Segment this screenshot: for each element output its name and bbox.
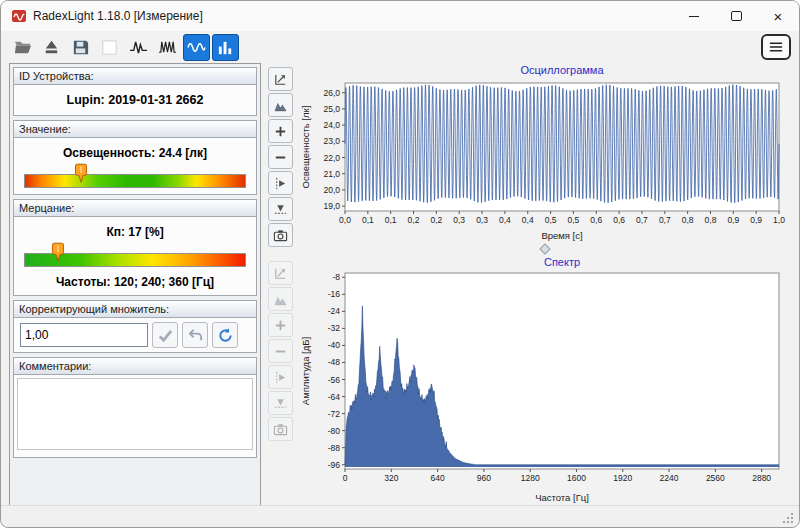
- toolbar-buttons: [9, 34, 241, 61]
- svg-text:-88: -88: [328, 443, 341, 453]
- cursor-right-icon: [273, 176, 288, 191]
- fit-peak-button-1[interactable]: [268, 93, 293, 117]
- signal-button[interactable]: [125, 34, 152, 61]
- hamburger-menu-icon: [767, 38, 785, 56]
- svg-text:-64: -64: [328, 392, 341, 402]
- zoom-in-button-1[interactable]: [268, 119, 293, 143]
- flicker-marker-pin: [52, 242, 65, 263]
- scale-auto-button-1[interactable]: [268, 67, 293, 91]
- menu-button[interactable]: [761, 34, 791, 60]
- comments-box: [13, 375, 257, 458]
- zoom-out-button-1[interactable]: [268, 145, 293, 169]
- svg-text:2240: 2240: [660, 473, 679, 483]
- blank-icon: [100, 38, 119, 57]
- svg-text:0,9: 0,9: [750, 215, 762, 225]
- window-controls: ×: [673, 1, 799, 31]
- svg-text:22,0: 22,0: [323, 153, 340, 163]
- titlebar: RadexLight 1.18.0 [Измерение] ×: [1, 1, 799, 31]
- eject-button[interactable]: [38, 34, 65, 61]
- svg-text:0,2: 0,2: [430, 215, 442, 225]
- cursor-right-button-1[interactable]: [268, 171, 293, 195]
- open-button[interactable]: [9, 34, 36, 61]
- refresh-button[interactable]: [212, 322, 238, 348]
- zoom-out-button-2: [268, 339, 293, 363]
- spectrum-bars-icon: [216, 38, 235, 57]
- blank-button[interactable]: [96, 34, 123, 61]
- svg-text:2560: 2560: [706, 473, 725, 483]
- comments-section-header: Комментарии:: [13, 357, 257, 375]
- minimize-icon: [689, 16, 699, 17]
- svg-text:20,0: 20,0: [323, 185, 340, 195]
- apply-check-icon: [157, 327, 174, 344]
- svg-text:-72: -72: [328, 409, 341, 419]
- svg-text:0,8: 0,8: [682, 215, 694, 225]
- device-id-value: Lupin: 2019-01-31 2662: [13, 85, 257, 116]
- app-logo-icon: [11, 8, 27, 24]
- illuminance-reading: Освещенность: 24.4 [лк]: [20, 146, 250, 160]
- scale-auto-icon: [273, 266, 288, 281]
- cursor-right-icon: [273, 370, 288, 385]
- eject-icon: [42, 38, 61, 57]
- flicker-button[interactable]: [154, 34, 181, 61]
- svg-text:0,3: 0,3: [476, 215, 488, 225]
- flicker-kp-reading: Кп: 17 [%]: [20, 225, 250, 239]
- oscillogram-icon: [187, 38, 206, 57]
- illuminance-scale: [22, 162, 248, 190]
- svg-text:0,7: 0,7: [659, 215, 671, 225]
- comments-textarea[interactable]: [17, 378, 253, 450]
- cursor-down-icon: [273, 202, 288, 217]
- svg-text:0,3: 0,3: [453, 215, 465, 225]
- svg-text:-16: -16: [328, 289, 341, 299]
- device-section: ID Устройства: Lupin: 2019-01-31 2662: [13, 67, 257, 116]
- scale-auto-button-2: [268, 261, 293, 285]
- svg-text:0,6: 0,6: [613, 215, 625, 225]
- svg-text:-96: -96: [328, 460, 341, 470]
- flicker-scale: [22, 241, 248, 269]
- svg-text:2880: 2880: [752, 473, 771, 483]
- maximize-icon: [731, 11, 742, 21]
- multiplier-input[interactable]: [20, 323, 148, 347]
- undo-arrow-icon: [187, 327, 204, 344]
- svg-text:21,0: 21,0: [323, 169, 340, 179]
- spectrum-chart: Спектр-8-16-24-32-40-48-56-64-72-80-88-9…: [299, 255, 791, 505]
- camera-icon: [273, 422, 288, 437]
- fit-peak-icon: [273, 292, 288, 307]
- svg-text:1280: 1280: [521, 473, 540, 483]
- charts-splitter[interactable]: [299, 243, 791, 255]
- spectrum-button[interactable]: [212, 34, 239, 61]
- fit-peak-button-2: [268, 287, 293, 311]
- multiplier-row: [13, 318, 257, 353]
- fit-peak-icon: [273, 98, 288, 113]
- value-section: Значение: Освещенность: 24.4 [лк]: [13, 120, 257, 195]
- cursor-right-button-2: [268, 365, 293, 389]
- svg-text:Амплитуда [дБ]: Амплитуда [дБ]: [300, 337, 311, 405]
- cursor-down-button-1[interactable]: [268, 197, 293, 221]
- zoom-in-icon: [273, 124, 288, 139]
- oscillogram-button[interactable]: [183, 34, 210, 61]
- apply-button[interactable]: [152, 322, 178, 348]
- svg-text:0,7: 0,7: [636, 215, 648, 225]
- chart-tools-group-2: [268, 261, 293, 441]
- svg-text:0,5: 0,5: [568, 215, 580, 225]
- close-button[interactable]: ×: [757, 1, 799, 31]
- svg-text:0,2: 0,2: [408, 215, 420, 225]
- oscillogram-chart: Осциллограмма19,020,021,022,023,024,025,…: [299, 63, 791, 243]
- camera-button-1[interactable]: [268, 223, 293, 247]
- svg-text:Спектр: Спектр: [544, 256, 580, 268]
- svg-text:960: 960: [477, 473, 491, 483]
- svg-text:Время [с]: Время [с]: [541, 230, 582, 241]
- svg-text:-24: -24: [328, 306, 341, 316]
- splitter-handle-icon: [539, 243, 550, 254]
- undo-button[interactable]: [182, 322, 208, 348]
- svg-text:0,1: 0,1: [362, 215, 374, 225]
- flicker-frequencies: Частоты: 120; 240; 360 [Гц]: [20, 275, 250, 289]
- resize-grip[interactable]: [783, 512, 794, 523]
- illuminance-marker-pin: [74, 163, 87, 184]
- maximize-button[interactable]: [715, 1, 757, 31]
- svg-text:1,0: 1,0: [773, 215, 785, 225]
- svg-text:0,6: 0,6: [590, 215, 602, 225]
- svg-text:-80: -80: [328, 426, 341, 436]
- minimize-button[interactable]: [673, 1, 715, 31]
- cursor-down-icon: [273, 396, 288, 411]
- save-button[interactable]: [67, 34, 94, 61]
